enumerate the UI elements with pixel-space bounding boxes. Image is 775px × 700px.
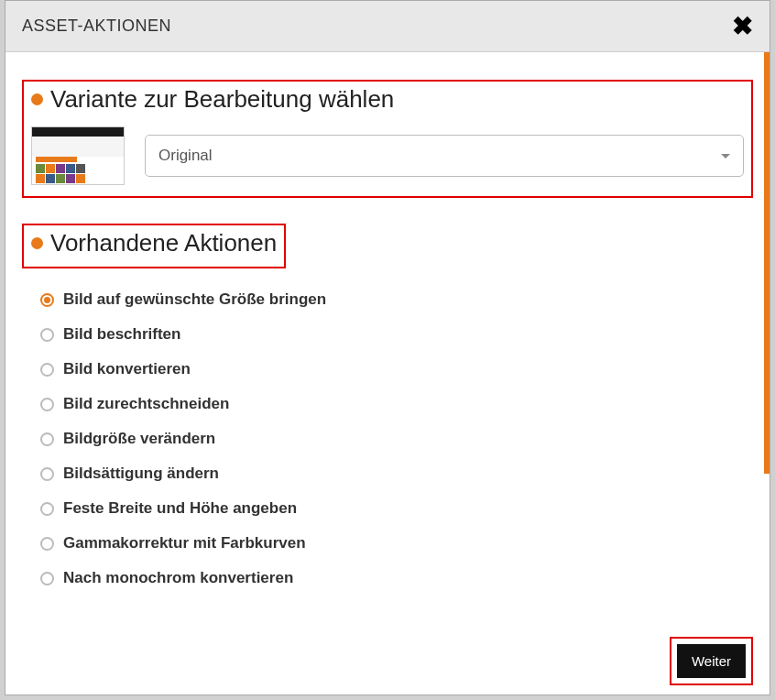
radio-icon (40, 363, 54, 377)
radio-icon (40, 432, 54, 446)
radio-icon (40, 398, 54, 411)
radio-label: Nach monochrom konvertieren (63, 569, 293, 587)
action-radio-item[interactable]: Nach monochrom konvertieren (40, 569, 753, 587)
action-radio-item[interactable]: Bild zurechtschneiden (40, 395, 753, 413)
radio-icon (40, 537, 54, 551)
actions-heading-text: Vorhandene Aktionen (50, 229, 277, 257)
radio-icon (40, 467, 54, 481)
variant-heading: Variante zur Bearbeitung wählen (31, 85, 744, 114)
modal-header: ASSET-AKTIONEN ✖ (5, 1, 770, 52)
radio-label: Bild auf gewünschte Größe bringen (63, 290, 326, 309)
variant-select[interactable]: Original (145, 135, 744, 177)
variant-row: Original (31, 126, 744, 185)
asset-actions-modal: ASSET-AKTIONEN ✖ Variante zur Bearbeitun… (5, 0, 770, 695)
asset-thumbnail (31, 126, 125, 185)
actions-heading: Vorhandene Aktionen (31, 229, 277, 257)
modal-title: ASSET-AKTIONEN (22, 16, 171, 36)
bullet-icon (31, 237, 43, 249)
radio-label: Bild zurechtschneiden (63, 395, 229, 413)
next-button-highlight: Weiter (670, 637, 753, 685)
radio-icon (40, 293, 54, 307)
action-radio-item[interactable]: Feste Breite und Höhe angeben (40, 499, 753, 518)
radio-label: Bildgröße verändern (63, 430, 215, 448)
radio-icon (40, 328, 54, 342)
variant-select-wrap: Original (145, 135, 744, 177)
variant-heading-text: Variante zur Bearbeitung wählen (50, 85, 394, 114)
next-button[interactable]: Weiter (677, 644, 746, 678)
chevron-down-icon (721, 154, 730, 159)
modal-body: Variante zur Bearbeitung wählen Original (5, 52, 770, 695)
radio-label: Gammakorrektur mit Farbkurven (63, 534, 306, 552)
available-actions-section: Vorhandene Aktionen (22, 224, 286, 268)
radio-icon (40, 502, 54, 516)
modal-footer: Weiter (670, 637, 753, 685)
variant-selection-section: Variante zur Bearbeitung wählen Original (22, 80, 753, 198)
action-radio-item[interactable]: Bild konvertieren (40, 360, 753, 378)
radio-label: Bildsättigung ändern (63, 465, 219, 483)
close-icon[interactable]: ✖ (732, 14, 753, 39)
bullet-icon (31, 93, 43, 105)
action-radio-list: Bild auf gewünschte Größe bringen Bild b… (22, 290, 753, 587)
action-radio-item[interactable]: Bild beschriften (40, 325, 753, 344)
variant-select-value: Original (158, 147, 213, 165)
radio-label: Feste Breite und Höhe angeben (63, 499, 297, 518)
radio-label: Bild konvertieren (63, 360, 191, 378)
action-radio-item[interactable]: Bildsättigung ändern (40, 465, 753, 483)
radio-icon (40, 572, 54, 585)
radio-label: Bild beschriften (63, 325, 180, 344)
action-radio-item[interactable]: Bild auf gewünschte Größe bringen (40, 290, 753, 309)
action-radio-item[interactable]: Gammakorrektur mit Farbkurven (40, 534, 753, 552)
action-radio-item[interactable]: Bildgröße verändern (40, 430, 753, 448)
